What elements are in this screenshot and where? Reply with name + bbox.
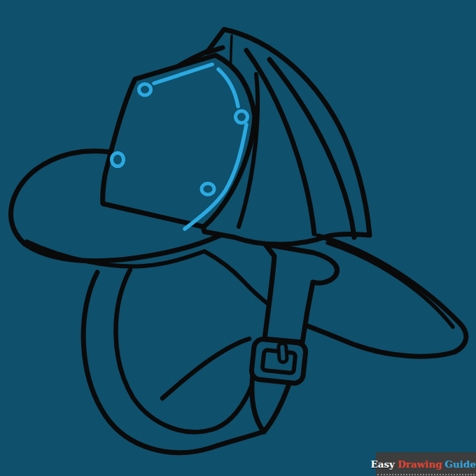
watermark-guides: Guides: [444, 458, 476, 470]
strap-buckle: [251, 338, 307, 384]
watermark-easy: Easy: [370, 458, 394, 470]
watermark-bar: Easy Drawing Guides: [376, 452, 476, 476]
watermark-perforation: [377, 474, 475, 475]
firefighter-helmet-drawing: [0, 0, 476, 476]
watermark-drawing: Drawing: [398, 458, 442, 470]
buckle-pin: [278, 343, 287, 363]
canvas-area: [0, 0, 476, 476]
